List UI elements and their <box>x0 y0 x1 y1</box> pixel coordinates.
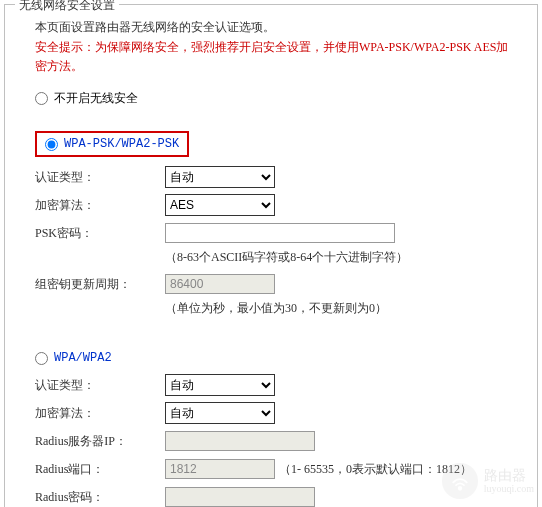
algo-row-2: 加密算法： 自动 <box>35 401 519 425</box>
radius-ip-row: Radius服务器IP： <box>35 429 519 453</box>
auth-type-select-2[interactable]: 自动 <box>165 374 275 396</box>
panel-title: 无线网络安全设置 <box>15 0 119 14</box>
radius-ip-input <box>165 431 315 451</box>
radio-none[interactable] <box>35 92 48 105</box>
psk-input[interactable] <box>165 223 395 243</box>
group-key-label-1: 组密钥更新周期： <box>35 276 165 293</box>
radius-ip-label: Radius服务器IP： <box>35 433 165 450</box>
option-wpa-label: WPA/WPA2 <box>54 351 112 365</box>
watermark: 路由器 luyouqi.com <box>442 463 534 499</box>
group-key-input-1 <box>165 274 275 294</box>
algo-row-1: 加密算法： AES <box>35 193 519 217</box>
router-icon <box>442 463 478 499</box>
security-warning: 安全提示：为保障网络安全，强烈推荐开启安全设置，并使用WPA-PSK/WPA2-… <box>35 38 519 76</box>
algo-select-2[interactable]: 自动 <box>165 402 275 424</box>
auth-type-select-1[interactable]: 自动 <box>165 166 275 188</box>
intro-text: 本页面设置路由器无线网络的安全认证选项。 <box>35 19 519 36</box>
auth-type-label: 认证类型： <box>35 169 165 186</box>
auth-type-row-1: 认证类型： 自动 <box>35 165 519 189</box>
highlighted-box: WPA-PSK/WPA2-PSK <box>35 131 189 157</box>
option-wpapsk-label: WPA-PSK/WPA2-PSK <box>64 137 179 151</box>
watermark-name: 路由器 <box>484 468 534 483</box>
radius-port-label: Radius端口： <box>35 461 165 478</box>
option-none-label: 不开启无线安全 <box>54 90 138 107</box>
svg-point-0 <box>458 487 461 490</box>
psk-label: PSK密码： <box>35 225 165 242</box>
panel-content: 本页面设置路由器无线网络的安全认证选项。 安全提示：为保障网络安全，强烈推荐开启… <box>5 5 537 507</box>
radio-wpa[interactable] <box>35 352 48 365</box>
auth-type-label-2: 认证类型： <box>35 377 165 394</box>
group-key-row-1: 组密钥更新周期： <box>35 272 519 296</box>
option-wpa-row: WPA/WPA2 <box>35 349 519 367</box>
algo-label: 加密算法： <box>35 197 165 214</box>
radius-port-input <box>165 459 275 479</box>
option-wpapsk-row: WPA-PSK/WPA2-PSK <box>35 129 519 159</box>
radius-pw-label: Radius密码： <box>35 489 165 506</box>
algo-select-1[interactable]: AES <box>165 194 275 216</box>
option-none-row: 不开启无线安全 <box>35 88 519 109</box>
security-settings-panel: 无线网络安全设置 本页面设置路由器无线网络的安全认证选项。 安全提示：为保障网络… <box>4 4 538 507</box>
auth-type-row-2: 认证类型： 自动 <box>35 373 519 397</box>
psk-hint: （8-63个ASCII码字符或8-64个十六进制字符） <box>165 249 519 266</box>
radius-pw-input <box>165 487 315 507</box>
watermark-url: luyouqi.com <box>484 483 534 494</box>
group-key-hint-1: （单位为秒，最小值为30，不更新则为0） <box>165 300 519 317</box>
radio-wpapsk[interactable] <box>45 138 58 151</box>
algo-label-2: 加密算法： <box>35 405 165 422</box>
psk-row: PSK密码： <box>35 221 519 245</box>
